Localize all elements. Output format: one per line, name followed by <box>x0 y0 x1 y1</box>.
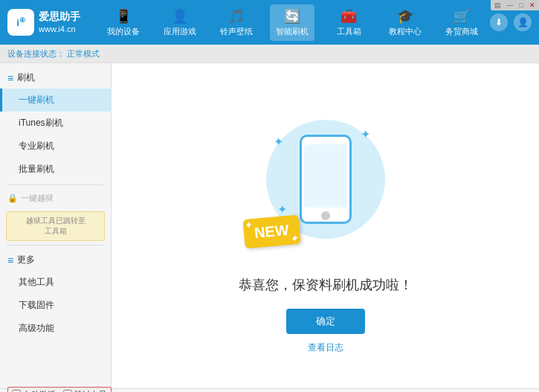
nav-app-games-label: 应用游戏 <box>164 26 196 37</box>
more-section-icon: ≡ <box>7 254 13 266</box>
auto-activate-label: 自动激活 <box>23 389 56 393</box>
flash-section-icon: ≡ <box>7 72 13 84</box>
sparkle-top-right: ✦ <box>361 127 370 141</box>
logo-icon: i④ <box>7 9 34 36</box>
pro-flash-label: 专业刷机 <box>19 141 54 151</box>
maximize-button[interactable]: □ <box>520 1 523 9</box>
nav-my-device-label: 我的设备 <box>107 26 140 37</box>
view-log-link[interactable]: 查看日志 <box>308 341 343 354</box>
sidebar-flash-section: ≡ 刷机 一键刷机 iTunes刷机 专业刷机 批量刷机 <box>0 67 111 181</box>
auto-activate-checkbox[interactable]: 自动激活 <box>12 389 56 393</box>
checkbox-group: 自动激活 跳过向导 <box>7 387 112 393</box>
window-controls[interactable]: ▤ — □ ✕ <box>491 0 539 10</box>
one-click-flash-label: 一键刷机 <box>19 94 54 105</box>
sidebar-item-pro-flash[interactable]: 专业刷机 <box>0 135 111 158</box>
wifi-icon: ▤ <box>494 1 501 9</box>
nav-tutorial[interactable]: 🎓 教程中心 <box>383 4 427 41</box>
nav-smart-flash-label: 智能刷机 <box>276 26 309 37</box>
sidebar-item-batch-flash[interactable]: 批量刷机 <box>0 158 111 181</box>
phone-screen <box>304 144 347 208</box>
app-games-icon: 👤 <box>172 8 188 25</box>
breadcrumb: 设备连接状态： 正常模式 <box>0 45 539 63</box>
nav-ringtone[interactable]: 🎵 铃声壁纸 <box>214 4 259 41</box>
logo: i④ 爱思助手 www.i4.cn <box>7 9 80 36</box>
nav-service-label: 务贸商城 <box>445 26 478 37</box>
sidebar-item-other-tools[interactable]: 其他工具 <box>0 271 111 294</box>
main-content: ✦ ✦ ✦ ✦ NEW ✦ 恭喜您，保资料刷机成功啦！ 确定 查看日志 <box>112 63 539 388</box>
logo-text: 爱思助手 www.i4.cn <box>39 10 80 36</box>
nav-smart-flash[interactable]: 🔄 智能刷机 <box>270 4 314 41</box>
smart-flash-icon: 🔄 <box>284 8 300 25</box>
guide-label: 跳过向导 <box>74 389 107 393</box>
notice-line1: 越狱工具已跳转至 <box>11 216 100 226</box>
breadcrumb-prefix: 设备连接状态： <box>7 48 65 60</box>
success-message: 恭喜您，保资料刷机成功啦！ <box>239 276 413 294</box>
service-icon: 🛒 <box>454 8 470 25</box>
sidebar-item-itunes-flash[interactable]: iTunes刷机 <box>0 112 111 135</box>
sidebar-more-label: 更多 <box>17 254 35 266</box>
user-button[interactable]: 👤 <box>514 13 532 31</box>
tutorial-icon: 🎓 <box>397 8 413 25</box>
minimize-button[interactable]: — <box>507 1 514 9</box>
nav-toolbox[interactable]: 🧰 工具箱 <box>326 4 371 41</box>
success-illustration: ✦ ✦ ✦ ✦ NEW ✦ <box>251 97 400 261</box>
ringtone-icon: 🎵 <box>228 8 245 25</box>
batch-flash-label: 批量刷机 <box>19 164 54 174</box>
my-device-icon: 📱 <box>115 8 132 25</box>
confirm-button[interactable]: 确定 <box>286 309 365 334</box>
sidebar-item-advanced[interactable]: 高级功能 <box>0 317 111 340</box>
close-button[interactable]: ✕ <box>529 1 535 9</box>
sparkle-top-left: ✦ <box>274 135 283 149</box>
nav-tutorial-label: 教程中心 <box>389 26 422 37</box>
sparkle-bottom-left: ✦ <box>277 202 287 216</box>
sidebar: ≡ 刷机 一键刷机 iTunes刷机 专业刷机 批量刷机 🔒 一键越狱 <box>0 63 112 388</box>
toolbox-icon: 🧰 <box>340 8 357 25</box>
download-firmware-label: 下载固件 <box>19 300 54 310</box>
phone-image <box>300 135 352 224</box>
sidebar-flash-label: 刷机 <box>17 71 35 84</box>
nav-my-device[interactable]: 📱 我的设备 <box>101 4 146 41</box>
sidebar-oneclick-header: 🔒 一键越狱 <box>0 189 111 208</box>
sidebar-item-one-click-flash[interactable]: 一键刷机 <box>0 89 111 112</box>
nav-app-games[interactable]: 👤 应用游戏 <box>158 4 202 41</box>
status-left: 自动激活 跳过向导 📱 iPhone 15 Pro Max 512GB iPho… <box>7 387 112 393</box>
header-right: ⬇ 👤 <box>490 13 532 31</box>
sidebar-oneclick-label: 一键越狱 <box>21 193 54 204</box>
sidebar-more-header: ≡ 更多 <box>0 249 111 271</box>
logo-subtitle: www.i4.cn <box>39 24 80 35</box>
itunes-flash-label: iTunes刷机 <box>19 118 63 128</box>
status-bar: 自动激活 跳过向导 📱 iPhone 15 Pro Max 512GB iPho… <box>0 388 539 392</box>
nav-ringtone-label: 铃声壁纸 <box>220 26 253 37</box>
breadcrumb-status: 正常模式 <box>67 48 100 60</box>
sidebar-item-download-firmware[interactable]: 下载固件 <box>0 294 111 317</box>
logo-title: 爱思助手 <box>39 10 80 25</box>
lock-icon: 🔒 <box>7 193 18 203</box>
nav-bar: 📱 我的设备 👤 应用游戏 🎵 铃声壁纸 🔄 智能刷机 🧰 工具箱 🎓 教程中心… <box>95 4 490 41</box>
header: i④ 爱思助手 www.i4.cn 📱 我的设备 👤 应用游戏 🎵 铃声壁纸 🔄… <box>0 0 539 45</box>
nav-service[interactable]: 🛒 务贸商城 <box>439 4 484 41</box>
sidebar-divider-2 <box>7 245 103 245</box>
notice-line2: 工具箱 <box>11 226 100 237</box>
sidebar-notice: 越狱工具已跳转至 工具箱 <box>6 211 105 241</box>
nav-toolbox-label: 工具箱 <box>337 26 361 37</box>
sidebar-oneclick-section: 🔒 一键越狱 越狱工具已跳转至 工具箱 <box>0 189 111 241</box>
sidebar-divider-1 <box>7 184 103 185</box>
content-area: ≡ 刷机 一键刷机 iTunes刷机 专业刷机 批量刷机 🔒 一键越狱 <box>0 63 539 388</box>
guide-checkbox[interactable]: 跳过向导 <box>63 389 107 393</box>
sidebar-more-section: ≡ 更多 其他工具 下载固件 高级功能 <box>0 249 111 340</box>
new-badge: ✦ NEW ✦ <box>242 215 300 248</box>
download-button[interactable]: ⬇ <box>490 13 508 31</box>
other-tools-label: 其他工具 <box>19 277 54 287</box>
sidebar-flash-header: ≡ 刷机 <box>0 67 111 89</box>
phone-home-button <box>321 211 330 220</box>
advanced-label: 高级功能 <box>19 323 54 333</box>
